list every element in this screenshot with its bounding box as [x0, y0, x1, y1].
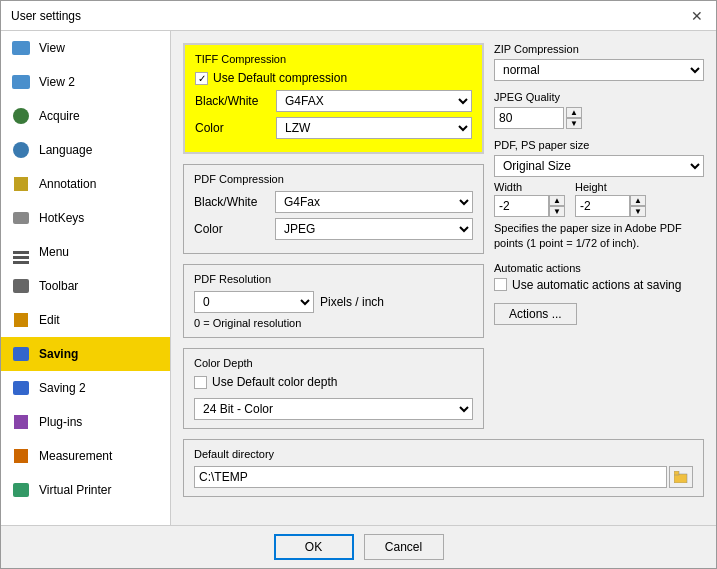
sidebar-label-saving: Saving [39, 347, 78, 361]
content-area: TIFF Compression ✓ Use Default compressi… [171, 31, 716, 525]
pdf-ps-paper-select[interactable]: Original Size A4 Letter [494, 155, 704, 177]
sidebar-item-hotkeys[interactable]: HotKeys [1, 201, 170, 235]
jpeg-quality-input[interactable] [494, 107, 564, 129]
tiff-color-select[interactable]: LZW JPEG None [276, 117, 472, 139]
zip-compression-title: ZIP Compression [494, 43, 704, 55]
pdf-color-label: Color [194, 222, 269, 236]
acquire-icon [11, 106, 31, 126]
saving2-icon [11, 378, 31, 398]
folder-icon [674, 471, 688, 483]
color-depth-default-checkbox[interactable] [194, 376, 207, 389]
actions-button[interactable]: Actions ... [494, 303, 577, 325]
tiff-color-label: Color [195, 121, 270, 135]
color-depth-title: Color Depth [194, 357, 473, 369]
height-spin-down-icon[interactable]: ▼ [630, 206, 646, 217]
height-label: Height [575, 181, 646, 193]
pdf-bw-row: Black/White G4Fax LZW JPEG None [194, 191, 473, 213]
jpeg-quality-section: JPEG Quality ▲ ▼ [494, 91, 704, 129]
height-input[interactable] [575, 195, 630, 217]
width-input-row: ▲ ▼ [494, 195, 565, 217]
sidebar-item-saving2[interactable]: Saving 2 [1, 371, 170, 405]
menu-icon [11, 242, 31, 262]
measurement-icon [11, 446, 31, 466]
annotation-icon [11, 174, 31, 194]
sidebar-item-toolbar[interactable]: Toolbar [1, 269, 170, 303]
pdf-resolution-unit: Pixels / inch [320, 295, 384, 309]
color-depth-select[interactable]: 24 Bit - Color 8 Bit - Gray 1 Bit - B/W [194, 398, 473, 420]
sidebar-item-view2[interactable]: View 2 [1, 65, 170, 99]
sidebar-label-menu: Menu [39, 245, 69, 259]
dir-input-row [194, 466, 693, 488]
default-directory-section: Default directory [183, 439, 704, 497]
sidebar-label-toolbar: Toolbar [39, 279, 78, 293]
title-bar: User settings ✕ [1, 1, 716, 31]
zip-compression-select[interactable]: normal fast best [494, 59, 704, 81]
sidebar-item-acquire[interactable]: Acquire [1, 99, 170, 133]
width-group: Width ▲ ▼ [494, 181, 565, 217]
automatic-actions-section: Automatic actions Use automatic actions … [494, 262, 704, 325]
sidebar-label-language: Language [39, 143, 92, 157]
sidebar-label-measurement: Measurement [39, 449, 112, 463]
sidebar-item-virtual[interactable]: Virtual Printer [1, 473, 170, 507]
color-depth-default-label: Use Default color depth [212, 375, 337, 389]
pdf-color-row: Color JPEG LZW None [194, 218, 473, 240]
cancel-button[interactable]: Cancel [364, 534, 444, 560]
sidebar-label-virtual: Virtual Printer [39, 483, 111, 497]
pdf-paper-note: Specifies the paper size in Adobe PDF po… [494, 221, 704, 252]
automatic-actions-title: Automatic actions [494, 262, 704, 274]
pdf-resolution-title: PDF Resolution [194, 273, 473, 285]
zip-compression-section: ZIP Compression normal fast best [494, 43, 704, 81]
jpeg-quality-spin-down-icon[interactable]: ▼ [566, 118, 582, 129]
bottom-bar: OK Cancel [1, 525, 716, 568]
width-input[interactable] [494, 195, 549, 217]
jpeg-quality-spin-icon[interactable]: ▲ [566, 107, 582, 118]
saving-icon [11, 344, 31, 364]
tiff-compression-title: TIFF Compression [195, 53, 472, 65]
pdf-color-select[interactable]: JPEG LZW None [275, 218, 473, 240]
close-button[interactable]: ✕ [688, 7, 706, 25]
sidebar-item-annotation[interactable]: Annotation [1, 167, 170, 201]
pdf-resolution-select[interactable]: 0 72 150 300 600 [194, 291, 314, 313]
jpeg-quality-title: JPEG Quality [494, 91, 704, 103]
toolbar-icon [11, 276, 31, 296]
width-spin-down-icon[interactable]: ▼ [549, 206, 565, 217]
sidebar-label-annotation: Annotation [39, 177, 96, 191]
height-input-row: ▲ ▼ [575, 195, 646, 217]
tiff-bw-label: Black/White [195, 94, 270, 108]
sidebar-label-view: View [39, 41, 65, 55]
sidebar-label-edit: Edit [39, 313, 60, 327]
dir-browse-button[interactable] [669, 466, 693, 488]
sidebar-item-view[interactable]: View [1, 31, 170, 65]
pdf-bw-label: Black/White [194, 195, 269, 209]
svg-rect-0 [674, 474, 687, 483]
tiff-compression-section: TIFF Compression ✓ Use Default compressi… [183, 43, 484, 154]
sidebar-item-plugins[interactable]: Plug-ins [1, 405, 170, 439]
ok-button[interactable]: OK [274, 534, 354, 560]
pdf-bw-select[interactable]: G4Fax LZW JPEG None [275, 191, 473, 213]
default-dir-input[interactable] [194, 466, 667, 488]
auto-actions-checkbox[interactable] [494, 278, 507, 291]
tiff-use-default-row: ✓ Use Default compression [195, 71, 472, 85]
sidebar-label-plugins: Plug-ins [39, 415, 82, 429]
sidebar-item-language[interactable]: Language [1, 133, 170, 167]
pdf-compression-title: PDF Compression [194, 173, 473, 185]
sidebar-item-saving[interactable]: Saving [1, 337, 170, 371]
sidebar-label-view2: View 2 [39, 75, 75, 89]
tiff-use-default-checkbox[interactable]: ✓ [195, 72, 208, 85]
sidebar-item-edit[interactable]: Edit [1, 303, 170, 337]
sidebar-item-measurement[interactable]: Measurement [1, 439, 170, 473]
pdf-resolution-note: 0 = Original resolution [194, 317, 473, 329]
left-col: TIFF Compression ✓ Use Default compressi… [183, 43, 484, 439]
right-col: ZIP Compression normal fast best JPEG Qu… [494, 43, 704, 439]
width-spin-up-icon[interactable]: ▲ [549, 195, 565, 206]
auto-actions-label: Use automatic actions at saving [512, 278, 681, 292]
height-group: Height ▲ ▼ [575, 181, 646, 217]
height-spin-up-icon[interactable]: ▲ [630, 195, 646, 206]
sidebar-item-menu[interactable]: Menu [1, 235, 170, 269]
plugins-icon [11, 412, 31, 432]
view2-icon [11, 72, 31, 92]
tiff-bw-select[interactable]: G4FAX LZW JPEG None [276, 90, 472, 112]
sidebar: View View 2 Acquire Language Annotation … [1, 31, 171, 525]
pdf-ps-paper-section: PDF, PS paper size Original Size A4 Lett… [494, 139, 704, 252]
user-settings-dialog: User settings ✕ View View 2 Acquire Lang… [0, 0, 717, 569]
